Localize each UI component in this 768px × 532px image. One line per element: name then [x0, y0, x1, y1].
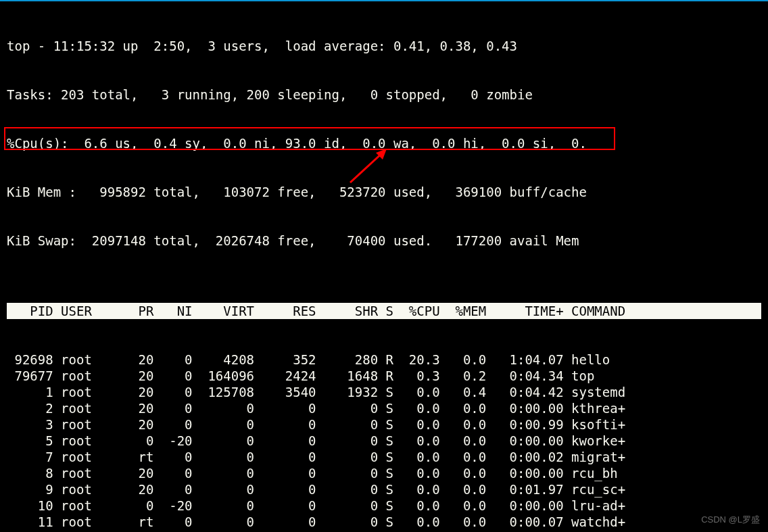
- process-row: 7 root rt 0 0 0 0 S 0.0 0.0 0:00.02 migr…: [7, 449, 761, 465]
- top-output: top - 11:15:32 up 2:50, 3 users, load av…: [0, 1, 768, 532]
- process-row: 10 root 0 -20 0 0 0 S 0.0 0.0 0:00.00 lr…: [7, 498, 761, 514]
- summary-line-mem: KiB Mem : 995892 total, 103072 free, 523…: [7, 184, 761, 200]
- terminal-screen[interactable]: top - 11:15:32 up 2:50, 3 users, load av…: [0, 0, 768, 532]
- process-row: 1 root 20 0 125708 3540 1932 S 0.0 0.4 0…: [7, 384, 761, 400]
- process-row: 11 root rt 0 0 0 0 S 0.0 0.0 0:00.07 wat…: [7, 514, 761, 530]
- summary-line-cpu: %Cpu(s): 6.6 us, 0.4 sy, 0.0 ni, 93.0 id…: [7, 135, 761, 151]
- process-row: 2 root 20 0 0 0 0 S 0.0 0.0 0:00.00 kthr…: [7, 400, 761, 416]
- process-row: 3 root 20 0 0 0 0 S 0.0 0.0 0:00.99 ksof…: [7, 416, 761, 433]
- process-row: 79677 root 20 0 164096 2424 1648 R 0.3 0…: [7, 368, 761, 384]
- summary-line-swap: KiB Swap: 2097148 total, 2026748 free, 7…: [7, 233, 761, 249]
- process-row: 8 root 20 0 0 0 0 S 0.0 0.0 0:00.00 rcu_…: [7, 465, 761, 481]
- process-row: 92698 root 20 0 4208 352 280 R 20.3 0.0 …: [7, 352, 761, 368]
- summary-line-uptime: top - 11:15:32 up 2:50, 3 users, load av…: [7, 38, 761, 54]
- process-table-header: PID USER PR NI VIRT RES SHR S %CPU %MEM …: [7, 303, 761, 319]
- process-row: 5 root 0 -20 0 0 0 S 0.0 0.0 0:00.00 kwo…: [7, 433, 761, 449]
- process-table-body: 92698 root 20 0 4208 352 280 R 20.3 0.0 …: [7, 352, 761, 532]
- process-row: 9 root 20 0 0 0 0 S 0.0 0.0 0:01.97 rcu_…: [7, 481, 761, 498]
- summary-line-tasks: Tasks: 203 total, 3 running, 200 sleepin…: [7, 87, 761, 103]
